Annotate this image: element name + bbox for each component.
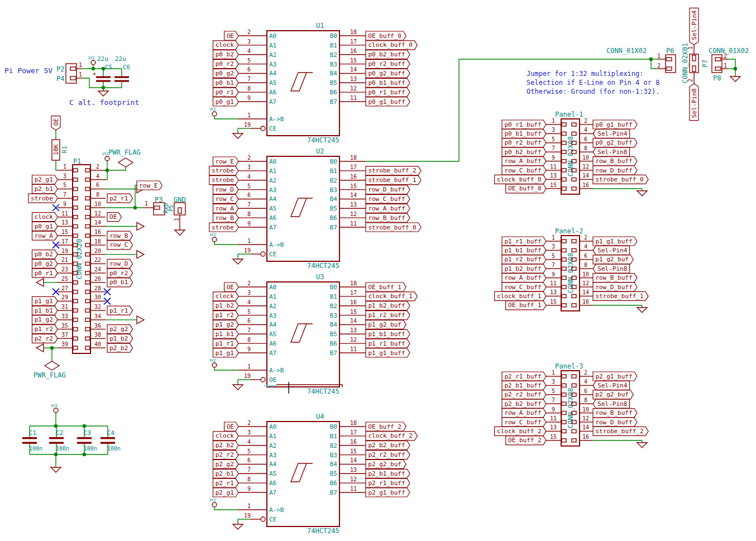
global-label[interactable]: p0_b2_buff	[366, 50, 410, 59]
gnd-symbol[interactable]	[637, 308, 647, 313]
vcc-symbol[interactable]: VCC	[209, 233, 217, 242]
global-label[interactable]: p1_b1_buff	[502, 246, 546, 255]
global-label[interactable]: p1_b1	[32, 306, 58, 315]
global-label[interactable]: p0_r1_buff	[366, 88, 410, 97]
global-label[interactable]: p1_g2_buf	[593, 255, 633, 264]
global-label[interactable]: p0_r1_buff	[502, 120, 546, 129]
global-label[interactable]: p2_g2	[213, 459, 239, 468]
global-label[interactable]: OE_buff_2	[506, 436, 546, 445]
chip-U4[interactable]: U474HCT245OE2A0clock3A1p2_b24A2p2_r25A3p…	[209, 413, 417, 535]
connector-body[interactable]	[690, 54, 698, 73]
global-label[interactable]: p0_r2	[107, 269, 133, 277]
global-label[interactable]: p0_g1_buff	[366, 97, 410, 106]
global-label[interactable]: p2_b1	[213, 469, 239, 478]
global-label[interactable]: p0_g2_buff	[593, 138, 637, 147]
global-label[interactable]: p2_r2_buff	[366, 451, 410, 459]
p7-connector[interactable]: Sel-Pin4Sel-Pin8	[690, 8, 698, 120]
global-label[interactable]: p1_b2_buff	[502, 264, 546, 273]
global-label[interactable]: row_D	[213, 185, 239, 194]
global-label[interactable]: p0_b1	[213, 78, 239, 87]
global-label[interactable]: strobe	[209, 166, 238, 175]
global-label[interactable]: row_B_buff	[593, 157, 637, 166]
global-label[interactable]: clock_buff_1	[366, 292, 417, 301]
global-label[interactable]: p1_g1	[213, 348, 239, 357]
global-label[interactable]: p2_r2_buff	[502, 390, 546, 399]
gnd-symbol[interactable]	[637, 443, 647, 448]
global-label[interactable]: p2_g1	[32, 175, 58, 184]
global-label[interactable]: p2_r1	[107, 194, 133, 203]
global-label[interactable]: row_B_buff	[593, 409, 637, 418]
p6-connector[interactable]	[649, 55, 676, 73]
global-label[interactable]: p2_r1	[213, 478, 239, 487]
global-label[interactable]: row_A	[213, 204, 239, 213]
global-label[interactable]: p2_b1_buff	[366, 469, 410, 478]
global-label[interactable]: row_E	[213, 157, 239, 166]
r1-resistor[interactable]: OE	[51, 116, 60, 170]
global-label[interactable]: p1_b2	[213, 301, 239, 310]
gnd-symbol[interactable]	[233, 385, 243, 390]
p1-connector[interactable]: 1234p2_g156p2_b178strobep2_r19101112cloc…	[28, 152, 162, 370]
global-label[interactable]: p1_g2	[32, 315, 58, 324]
global-label[interactable]: p0_b2	[32, 250, 58, 259]
global-label[interactable]: row_D_buff	[593, 283, 637, 291]
global-label[interactable]: clock_buff_0	[366, 41, 417, 50]
global-label[interactable]: OE	[224, 422, 238, 431]
global-label[interactable]: row_A_buff	[502, 409, 546, 418]
gnd-symbol[interactable]	[98, 91, 108, 96]
global-label[interactable]: Sel-Pin4	[690, 8, 698, 45]
vcc-symbol[interactable]: VCC	[88, 56, 95, 65]
global-label[interactable]: strobe_buff_2	[593, 427, 648, 435]
global-label[interactable]: clock_buff_2	[366, 432, 417, 441]
global-label[interactable]: p0_b2_buff	[502, 147, 546, 156]
global-label[interactable]: clock_buff_2	[495, 427, 546, 435]
global-label[interactable]: p0_g2	[213, 69, 239, 78]
global-label[interactable]: clock_buff_0	[495, 175, 546, 184]
global-label[interactable]: OE	[224, 31, 238, 40]
global-label[interactable]: Sel-Pin8	[690, 84, 698, 121]
global-label[interactable]: p2_b1	[32, 184, 58, 193]
chip-U2[interactable]: U274HCT245row_E2A0strobe3A1strobe4A2row_…	[209, 147, 421, 270]
global-label[interactable]: strobe_buff_1	[593, 291, 648, 300]
global-label[interactable]: strobe_buff_0	[593, 175, 648, 184]
global-label[interactable]: p1_b1_buff	[366, 329, 410, 338]
global-label[interactable]: p2_r1_buff	[502, 372, 546, 381]
panel-3-connector[interactable]: Panel-3CONN_02X08p2_r1_buff1p2_b1_buff3p…	[495, 362, 649, 448]
gnd-symbol[interactable]	[233, 259, 243, 264]
global-label[interactable]: strobe_buff_0	[366, 223, 421, 232]
global-label[interactable]: p2_g1_buff	[366, 488, 410, 497]
global-label[interactable]: row_E	[137, 181, 162, 190]
global-label[interactable]: strobe_buff_2	[366, 166, 421, 175]
gnd-symbol[interactable]	[175, 230, 185, 235]
global-label[interactable]: p1_r1_buff	[366, 339, 410, 348]
global-label[interactable]: OE	[51, 116, 60, 130]
global-label[interactable]: strobe	[209, 176, 238, 185]
global-label[interactable]: p1_g2_buf	[366, 320, 406, 329]
gnd-symbol[interactable]	[51, 467, 61, 472]
global-label[interactable]: row_C_buff	[502, 283, 546, 291]
global-label[interactable]: p0_r2_buff	[366, 60, 410, 69]
vcc-symbol[interactable]: VCC	[209, 358, 217, 367]
global-label[interactable]: clock	[213, 432, 239, 441]
global-label[interactable]: p2_r1_buff	[366, 478, 410, 487]
global-label[interactable]: Sel-Pin4	[593, 246, 630, 255]
global-label[interactable]: p1_r2_buff	[502, 255, 546, 264]
decoupling-caps[interactable]: VCCC1100nC2100nC3100nC4100n	[22, 404, 121, 472]
global-label[interactable]: row_D_buff	[593, 166, 637, 175]
global-label[interactable]: strobe	[209, 223, 238, 232]
global-label[interactable]: strobe	[28, 194, 58, 203]
vcc-symbol[interactable]: VCC	[51, 404, 58, 413]
global-label[interactable]: p1_g1_buff	[366, 348, 410, 357]
global-label[interactable]: p0_b2	[213, 50, 239, 59]
global-label[interactable]: row_A	[32, 231, 58, 240]
global-label[interactable]: row_C	[213, 194, 239, 203]
gnd-symbol[interactable]	[637, 191, 647, 196]
global-label[interactable]: Sel-Pin8	[593, 264, 630, 273]
global-label[interactable]: row_C_buff	[366, 194, 410, 203]
gnd-symbol[interactable]	[233, 133, 243, 138]
panel-1-connector[interactable]: Panel-1CONN_02X08p0_r1_buff1p0_b1_buff3p…	[495, 111, 649, 196]
gnd-symbol[interactable]	[730, 76, 740, 82]
global-label[interactable]: row_B_buff	[593, 274, 637, 283]
global-label[interactable]: p0_r1	[213, 88, 239, 97]
global-label[interactable]: row_A_buff	[366, 204, 410, 213]
global-label[interactable]: p2_b2	[213, 441, 239, 450]
